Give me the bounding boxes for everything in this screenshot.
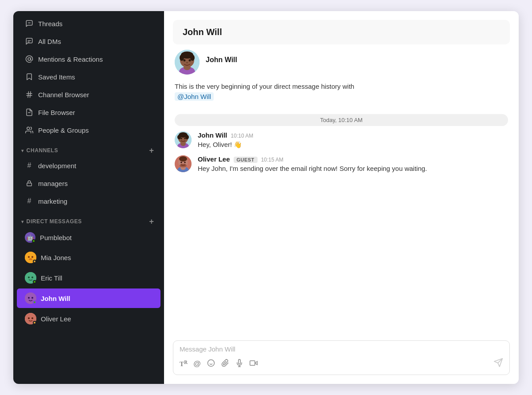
john-message-avatar: [175, 131, 192, 148]
svg-line-4: [28, 91, 29, 98]
text-format-tool[interactable]: Tᴿ: [180, 360, 187, 368]
svg-line-5: [30, 91, 31, 98]
john-msg-face-svg: [175, 131, 192, 148]
svg-point-27: [180, 55, 184, 61]
john-will-face-svg: [175, 50, 200, 75]
msg1-time: 10:10 AM: [231, 133, 254, 139]
sidebar-item-oliver-lee[interactable]: Oliver Lee: [17, 309, 160, 328]
msg1-sender: John Will: [198, 131, 227, 139]
voice-tool[interactable]: [235, 359, 243, 369]
dm-section-header: ▾ DIRECT MESSAGES +: [13, 213, 164, 228]
video-tool[interactable]: [250, 359, 258, 369]
svg-point-29: [184, 59, 186, 62]
eric-till-label: Eric Till: [41, 274, 62, 282]
app-container: Threads All DMs Mentions & Reactions Sav…: [13, 11, 519, 384]
send-button[interactable]: [493, 358, 503, 370]
john-will-large-avatar: [175, 50, 200, 75]
sidebar-item-saved[interactable]: Saved Items: [17, 68, 160, 85]
all-dms-icon: [25, 37, 34, 46]
svg-marker-54: [255, 361, 257, 365]
svg-point-21: [31, 317, 33, 319]
message-body-2: Oliver Lee GUEST 10:15 AM Hey John, I'm …: [198, 155, 427, 174]
channels-section-label: CHANNELS: [27, 147, 58, 154]
svg-point-48: [184, 162, 186, 163]
svg-point-10: [28, 256, 30, 258]
user-intro-block: John Will: [175, 50, 508, 75]
mention-tag: @John Will: [175, 92, 214, 101]
file-browser-icon: [25, 108, 34, 117]
timestamp-divider: Today, 10:10 AM: [175, 114, 508, 126]
attachment-tool[interactable]: [221, 359, 229, 369]
table-row: Oliver Lee GUEST 10:15 AM Hey John, I'm …: [175, 155, 508, 174]
input-toolbar: Tᴿ @: [180, 358, 503, 370]
message-meta-1: John Will 10:10 AM: [198, 131, 253, 139]
svg-point-14: [28, 276, 30, 278]
mia-status: [33, 260, 36, 263]
svg-point-31: [186, 62, 188, 63]
add-channel-button[interactable]: +: [147, 146, 156, 155]
table-row: John Will 10:10 AM Hey, Oliver! 👋: [175, 131, 508, 150]
john-will-label: John Will: [41, 295, 70, 302]
sidebar-item-managers[interactable]: managers: [17, 175, 160, 192]
people-groups-icon: [25, 126, 34, 134]
svg-point-17: [28, 297, 30, 299]
sidebar-item-mia-jones[interactable]: Mia Jones: [17, 248, 160, 267]
sidebar-item-marketing[interactable]: # marketing: [17, 193, 160, 209]
message-meta-2: Oliver Lee GUEST 10:15 AM: [198, 155, 427, 163]
channels-collapse-icon[interactable]: ▾: [21, 148, 24, 153]
sidebar-item-development[interactable]: # development: [17, 157, 160, 174]
add-dm-button[interactable]: +: [147, 217, 156, 226]
sidebar-item-eric-till[interactable]: Eric Till: [17, 268, 160, 288]
sidebar-item-mentions[interactable]: Mentions & Reactions: [17, 51, 160, 67]
saved-label: Saved Items: [38, 73, 75, 81]
threads-label: Threads: [38, 20, 63, 28]
chat-header: John Will: [173, 20, 510, 44]
svg-point-28: [190, 55, 195, 61]
input-placeholder[interactable]: Message John Will: [180, 345, 503, 354]
pumblebot-avatar: 🤖: [25, 232, 35, 243]
chat-title: John Will: [183, 27, 222, 37]
svg-point-12: [29, 258, 32, 260]
private-channel-icon: [25, 179, 34, 188]
marketing-label: marketing: [38, 198, 67, 205]
svg-point-38: [185, 135, 189, 139]
all-dms-label: All DMs: [38, 38, 61, 45]
emoji-tool[interactable]: [207, 359, 215, 369]
svg-point-40: [184, 138, 186, 139]
sidebar-item-all-dms[interactable]: All DMs: [17, 33, 160, 50]
channels-section-header: ▾ CHANNELS +: [13, 142, 164, 157]
mia-jones-avatar: [25, 252, 36, 263]
svg-point-45: [179, 156, 187, 162]
mention-tool[interactable]: @: [193, 359, 201, 368]
file-browser-label: File Browser: [38, 109, 75, 116]
sidebar-item-pumblebot[interactable]: 🤖 Pumblebot: [17, 228, 160, 247]
messages-area: John Will This is the very beginning of …: [173, 50, 510, 335]
sidebar-item-people-groups[interactable]: People & Groups: [17, 122, 160, 138]
svg-point-39: [180, 138, 182, 139]
msg2-time: 10:15 AM: [261, 157, 284, 163]
svg-point-15: [31, 276, 33, 278]
sidebar-item-channel-browser[interactable]: Channel Browser: [17, 86, 160, 103]
svg-point-37: [177, 135, 181, 139]
msg2-sender: Oliver Lee: [198, 155, 230, 163]
john-sidebar-status: [33, 300, 36, 304]
public-channel-icon: #: [25, 161, 34, 170]
dm-collapse-icon[interactable]: ▾: [21, 219, 24, 224]
mia-jones-label: Mia Jones: [41, 254, 71, 261]
sidebar-item-threads[interactable]: Threads: [17, 15, 160, 32]
mentions-icon: [25, 55, 34, 63]
svg-rect-8: [27, 183, 32, 186]
sidebar: Threads All DMs Mentions & Reactions Sav…: [13, 11, 164, 384]
sidebar-item-john-will[interactable]: John Will: [17, 288, 160, 308]
oliver-lee-avatar: [25, 313, 36, 324]
history-notice: This is the very beginning of your direc…: [175, 82, 508, 102]
history-text: This is the very beginning of your direc…: [175, 83, 354, 101]
message-body-1: John Will 10:10 AM Hey, Oliver! 👋: [198, 131, 253, 150]
dm-section-label: DIRECT MESSAGES: [27, 218, 82, 225]
message-input-area: Message John Will Tᴿ @: [173, 340, 510, 375]
managers-label: managers: [38, 180, 68, 187]
sidebar-item-file-browser[interactable]: File Browser: [17, 104, 160, 121]
john-will-sidebar-avatar: [25, 292, 36, 304]
svg-rect-55: [250, 360, 254, 365]
threads-icon: [25, 19, 34, 28]
